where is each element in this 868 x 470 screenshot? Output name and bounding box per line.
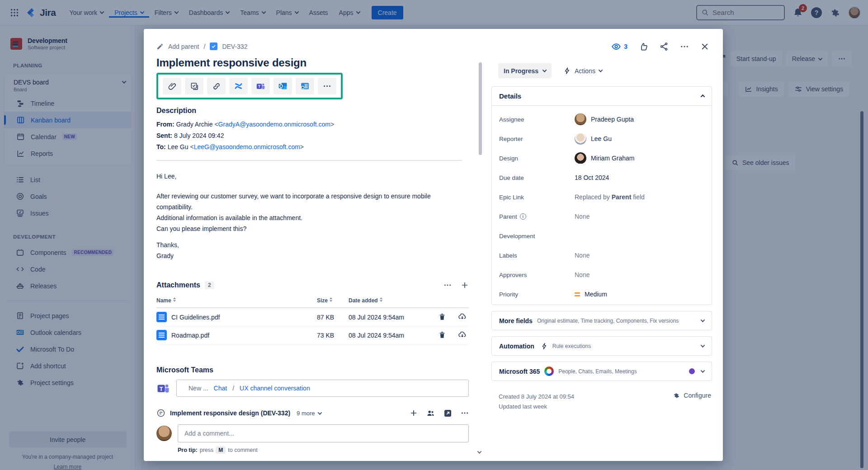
configure-button[interactable]: Configure (673, 392, 711, 399)
field-row-design: Design Miriam Graham (499, 152, 704, 164)
teams-icon: T (256, 81, 265, 91)
add-attachment-button[interactable] (461, 281, 469, 289)
attachment-size: 73 KB (317, 326, 349, 344)
ellipsis-icon (461, 409, 469, 417)
teams-conversation-box: New ... Chat / UX channel conversation (176, 380, 469, 397)
issue-meta-footer: Created 8 July 2024 at 09:54 Updated las… (491, 392, 712, 412)
close-button[interactable] (700, 42, 709, 51)
attachment-date: 08 Jul 2024 9:54am (349, 308, 428, 326)
avatar (575, 133, 586, 145)
priority-value[interactable]: Medium (575, 291, 607, 298)
sort-icon (380, 297, 382, 302)
more-actions-button[interactable] (680, 42, 689, 51)
scrollbar-thumb[interactable] (479, 62, 482, 155)
participants-button[interactable] (426, 409, 435, 418)
cloud-download-icon (458, 312, 467, 321)
automation-panel[interactable]: Automation Rule executions (491, 336, 712, 356)
status-dropdown[interactable]: In Progress (498, 63, 552, 78)
from-email-link[interactable]: GradyA@yasoondemo.onmicrosoft.com (218, 121, 330, 128)
to-email-link[interactable]: LeeG@yasoondemo.onmicrosoft.com (194, 143, 300, 150)
outlook-calendar-icon (300, 81, 310, 91)
more-conversations-button[interactable]: 9 more (297, 410, 321, 417)
teams-link-row: T New ... Chat / UX channel conversation (156, 380, 469, 397)
chevron-down-icon (701, 343, 705, 348)
description-paragraph: Hi Lee, (156, 171, 468, 182)
teams-button[interactable]: T (251, 78, 270, 94)
assignee-value[interactable]: Pradeep Gupta (575, 113, 634, 125)
delete-attachment-button[interactable] (438, 331, 446, 339)
attachments-header: Attachments 2 (156, 281, 469, 289)
thumbs-up-icon (639, 42, 648, 52)
issue-key-link[interactable]: DEV-332 (222, 43, 247, 50)
comment-input[interactable] (178, 424, 469, 442)
keyboard-shortcut-badge: M (216, 446, 226, 454)
attachment-name-link[interactable]: Roadmap.pdf (171, 332, 209, 339)
conversation-header: Implement responsive design (DEV-332) 9 … (156, 409, 469, 418)
details-panel: Details Assignee Pradeep Gupta Reporter … (491, 86, 712, 305)
parent-value[interactable]: None (575, 213, 590, 220)
scroll-down-icon[interactable] (477, 449, 482, 454)
plus-icon (461, 281, 469, 289)
avatar (575, 113, 586, 125)
attachments-more-button[interactable] (443, 281, 452, 289)
add-parent-link[interactable]: Add parent (168, 43, 199, 50)
toolbar-more-button[interactable] (318, 78, 336, 94)
chevron-down-icon (701, 368, 705, 373)
download-attachment-button[interactable] (458, 330, 467, 339)
comment-protip: Pro tip: press M to comment (178, 446, 469, 454)
confluence-button[interactable] (229, 78, 248, 94)
teams-new-label: New ... (189, 385, 208, 392)
like-button[interactable] (639, 42, 648, 52)
design-value[interactable]: Miriam Graham (575, 152, 634, 164)
conversation-more-button[interactable] (461, 409, 469, 417)
open-in-teams-button[interactable] (443, 409, 452, 418)
issue-title[interactable]: Implement responsive design (156, 56, 469, 69)
field-row-reporter: Reporter Lee Gu (499, 133, 704, 145)
breadcrumb: Add parent / DEV-332 (156, 42, 469, 50)
due-date-value[interactable]: 18 Oct 2024 (575, 174, 609, 181)
modal-scrollbar[interactable] (478, 51, 482, 455)
share-button[interactable] (660, 42, 669, 51)
email-divider (156, 160, 462, 161)
download-attachment-button[interactable] (458, 312, 467, 321)
details-panel-header[interactable]: Details (492, 87, 712, 106)
labels-value[interactable]: None (575, 252, 590, 259)
add-conversation-button[interactable] (410, 409, 418, 417)
reporter-value[interactable]: Lee Gu (575, 133, 612, 145)
status-dot-icon (689, 368, 695, 374)
paperclip-icon (168, 82, 177, 91)
delete-attachment-button[interactable] (438, 313, 446, 321)
teams-chat-link[interactable]: Chat (214, 385, 227, 392)
teams-heading: Microsoft Teams (156, 366, 469, 374)
watchers-button[interactable]: 3 (611, 42, 627, 52)
attach-button[interactable] (163, 78, 181, 94)
comment-composer (156, 424, 469, 442)
attachments-heading: Attachments (156, 281, 200, 289)
priority-medium-icon (575, 292, 580, 296)
attachment-size: 87 KB (317, 308, 349, 326)
outlook-email-button[interactable] (274, 78, 292, 94)
epic-link-value: Replaced by Parent field (575, 193, 645, 201)
plus-icon (410, 409, 418, 417)
attachments-count-badge: 2 (205, 281, 214, 289)
task-type-icon (210, 42, 217, 50)
description-heading: Description (156, 107, 469, 115)
add-child-issue-button[interactable] (185, 78, 203, 94)
link-issue-button[interactable] (207, 78, 226, 94)
updated-timestamp: Updated last week (499, 402, 574, 412)
teams-channel-link[interactable]: UX channel conversation (240, 385, 310, 392)
outlook-calendar-button[interactable] (296, 78, 314, 94)
svg-text:T: T (258, 84, 261, 89)
microsoft365-panel[interactable]: Microsoft 365 People, Chats, Emails, Mee… (491, 362, 712, 381)
info-icon: i (520, 213, 526, 220)
field-row-due-date: Due date 18 Oct 2024 (499, 172, 704, 183)
gear-icon (673, 392, 680, 399)
approvers-value[interactable]: None (575, 271, 590, 278)
more-fields-panel[interactable]: More fields Original estimate, Time trac… (491, 311, 712, 330)
description-paragraph: Grady (156, 250, 468, 261)
description-paragraph: Additional information is available in t… (156, 212, 468, 223)
actions-dropdown[interactable]: Actions (563, 67, 602, 75)
attachment-name-link[interactable]: CI Guidelines.pdf (171, 314, 220, 321)
field-row-assignee: Assignee Pradeep Gupta (499, 113, 704, 125)
chevron-down-icon (701, 318, 705, 322)
